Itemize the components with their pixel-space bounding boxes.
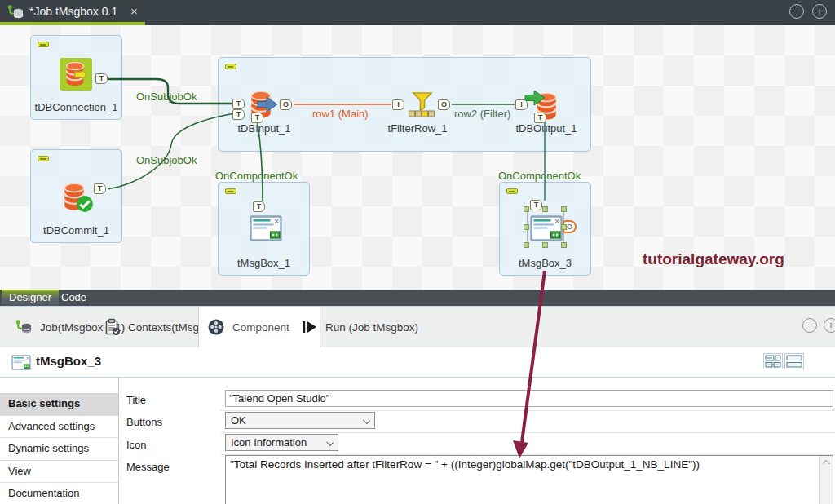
port-row-in[interactable]: I	[392, 99, 404, 110]
field-label-message: Message	[126, 461, 170, 473]
component-state-pill	[38, 42, 49, 47]
message-value: "Total Records Inserted after tFilterRow…	[230, 458, 700, 471]
run-icon	[302, 320, 318, 334]
icon-select[interactable]: Icon Information	[225, 434, 338, 451]
subjob-state-pill	[225, 64, 236, 69]
link-label-onsubjobok-2[interactable]: OnSubjobOk	[136, 154, 197, 166]
component-tmsgbox1[interactable]: tMsgBox_1	[218, 182, 310, 276]
tab-run-label: Run (Job tMsgbox)	[325, 321, 418, 334]
component-label: tFilterRow_1	[382, 122, 453, 135]
message-textarea[interactable]: "Total Records Inserted after tFilterRow…	[225, 455, 833, 504]
job-icon	[7, 4, 24, 20]
selection-handle[interactable]	[561, 224, 567, 230]
chevron-down-icon	[363, 417, 370, 424]
port-trigger-out[interactable]: T	[95, 73, 108, 84]
buttons-select[interactable]: OK	[225, 412, 375, 429]
input-arrow-icon	[257, 95, 278, 113]
component-settings-body: Basic settings Advanced settings Dynamic…	[0, 378, 835, 504]
selection-handle[interactable]	[561, 242, 567, 248]
icon-select-value: Icon Information	[231, 436, 307, 449]
view-switch-bar: Designer Code	[0, 290, 835, 306]
component-label: tDBOutput_1	[510, 122, 583, 135]
tab-component-label: Component	[232, 321, 289, 334]
component-state-pill	[225, 188, 236, 194]
tmsgbox-header-icon	[11, 355, 31, 370]
link-label-row1[interactable]: row1 (Main)	[312, 108, 369, 120]
port-trigger-bottom-2[interactable]: T	[534, 113, 546, 123]
layout-columns-icon[interactable]	[763, 352, 783, 370]
job-tab-title[interactable]: *Job tMsgbox 0.1	[29, 5, 117, 18]
port-filter-out[interactable]: O	[438, 99, 450, 110]
port-trigger-bottom[interactable]: T	[251, 113, 263, 123]
field-label-title: Title	[126, 394, 146, 406]
port-trigger-in-2[interactable]: T	[232, 109, 245, 120]
layout-rows-icon[interactable]	[784, 352, 804, 370]
tmsgbox1-icon[interactable]	[250, 215, 282, 241]
nav-basic-settings[interactable]: Basic settings	[0, 393, 118, 416]
port-row-out[interactable]: O	[280, 99, 292, 110]
bottom-panel: Job(tMsgbox 0.1) Contexts(tMsgbox) Compo…	[0, 306, 835, 504]
tab-run[interactable]: Run (Job tMsgbox)	[294, 307, 426, 347]
link-label-onsubjobok-1[interactable]: OnSubjobOk	[136, 91, 197, 103]
row-separator	[220, 432, 835, 433]
panel-maximize-icon[interactable]: +	[824, 318, 835, 333]
selection-handle[interactable]	[524, 224, 529, 230]
tfilterrow-icon[interactable]	[408, 91, 437, 119]
tab-code[interactable]: Code	[54, 290, 94, 306]
selection-handle[interactable]	[542, 242, 548, 248]
panel-minimize-icon[interactable]: −	[802, 318, 817, 333]
job-tab-close-icon[interactable]: ×	[130, 4, 138, 18]
port-trigger-in-1[interactable]: T	[232, 99, 245, 109]
job-editor-titlebar: *Job tMsgbox 0.1 × − +	[0, 0, 835, 25]
buttons-select-value: OK	[231, 414, 246, 427]
nav-documentation[interactable]: Documentation	[0, 483, 118, 504]
selection-handle[interactable]	[524, 242, 529, 248]
watermark-text: tutorialgateway.org	[643, 250, 814, 268]
nav-advanced-settings[interactable]: Advanced settings	[0, 416, 118, 439]
component-header-title: tMsgBox_3	[36, 354, 101, 368]
maximize-view-icon[interactable]: +	[812, 4, 827, 19]
component-label: tMsgBox_1	[219, 257, 309, 269]
port-trigger-msgbox1[interactable]: T	[253, 201, 265, 212]
component-label: tDBConnection_1	[31, 101, 121, 113]
component-tdbcommit[interactable]: tDBCommit_1	[30, 149, 122, 243]
component-state-pill	[38, 156, 49, 161]
component-label: tDBInput_1	[230, 122, 298, 135]
panel-tab-bar: Job(tMsgbox 0.1) Contexts(tMsgbox) Compo…	[0, 307, 835, 347]
component-label: tMsgBox_3	[500, 257, 590, 269]
tmsgbox3-icon[interactable]	[530, 215, 563, 241]
field-label-icon: Icon	[126, 439, 147, 451]
tdbconnection-icon[interactable]	[60, 58, 92, 91]
selection-handle[interactable]	[524, 206, 529, 212]
port-trigger-commit[interactable]: T	[94, 183, 106, 194]
field-label-buttons: Buttons	[126, 416, 162, 428]
port-filter-in[interactable]: I	[515, 99, 528, 110]
component-state-pill	[506, 188, 518, 194]
link-label-oncomponentok-2[interactable]: OnComponentOk	[498, 170, 581, 182]
port-trigger-msgbox3[interactable]: T	[530, 200, 542, 210]
commit-check-icon	[76, 195, 94, 213]
plug-icon	[73, 69, 89, 81]
nav-view[interactable]: View	[0, 461, 118, 484]
selection-handle[interactable]	[561, 206, 567, 212]
talend-studio-window: *Job tMsgbox 0.1 × − + tDBConnection_1 T	[0, 0, 835, 504]
contexts-icon	[104, 318, 121, 336]
job-design-canvas[interactable]: tDBConnection_1 T tDBInput_1 T T O T row…	[0, 25, 835, 290]
chevron-down-icon	[326, 439, 334, 446]
row-separator	[220, 410, 835, 411]
tab-designer[interactable]: Designer	[2, 290, 59, 306]
link-label-oncomponentok-1[interactable]: OnComponentOk	[215, 170, 298, 182]
minimize-view-icon[interactable]: −	[789, 4, 804, 19]
component-tdbconnection[interactable]: tDBConnection_1	[30, 35, 122, 120]
title-input[interactable]: "Talend Open Studio"	[225, 390, 833, 407]
settings-nav: Basic settings Advanced settings Dynamic…	[0, 378, 119, 504]
component-icon	[207, 318, 225, 336]
job-icon	[15, 319, 33, 335]
component-label: tDBCommit_1	[31, 224, 121, 237]
selection-handle[interactable]	[542, 206, 548, 212]
link-label-row2[interactable]: row2 (Filter)	[454, 108, 510, 120]
component-header: tMsgBox_3	[0, 347, 835, 378]
nav-dynamic-settings[interactable]: Dynamic settings	[0, 438, 118, 461]
